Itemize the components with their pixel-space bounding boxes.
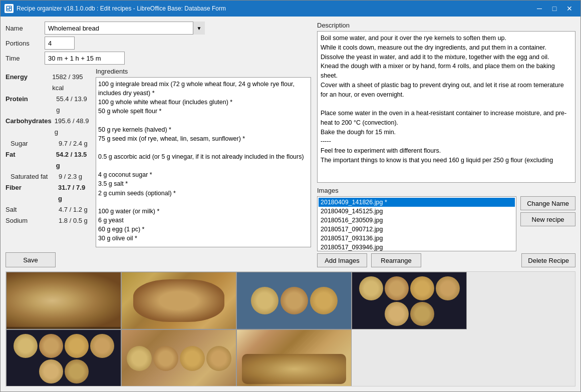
rearrange-button[interactable]: Rearrange: [371, 253, 421, 267]
energy-value: 1582 / 395 kcal: [52, 72, 91, 94]
energy-label: Energy: [6, 72, 49, 83]
name-wrapper: Wholemeal bread ▼: [45, 22, 205, 35]
list-item[interactable]: 20180409_145125.jpg: [319, 207, 515, 216]
maximize-button[interactable]: □: [547, 3, 561, 15]
save-row: Save: [6, 252, 311, 267]
thumbnail-1[interactable]: [6, 272, 121, 329]
name-select[interactable]: Wholemeal bread: [45, 22, 205, 35]
description-textarea[interactable]: [317, 31, 575, 183]
window-title: Recipe organizer v18.1.0.odb : Edit reci…: [17, 5, 532, 12]
sodium-row: Sodium 1.8 / 0.5 g: [6, 215, 91, 226]
thumbnails-grid: [6, 272, 575, 386]
fiber-row: Fiber 31.7 / 7.9 g: [6, 182, 91, 204]
description-label: Description: [317, 22, 575, 29]
sugar-row: Sugar 9.7 / 2.4 g: [6, 138, 91, 149]
bottom-images-panel: [6, 271, 575, 386]
svg-rect-3: [10, 9, 11, 11]
ingredients-wrapper: [96, 77, 311, 247]
app-icon: [5, 4, 14, 13]
images-list-area: 20180409_141826.jpg * 20180409_145125.jp…: [317, 196, 575, 251]
time-row: Time: [6, 52, 311, 65]
carbohydrates-row: Carbohydrates 195.6 / 48.9 g: [6, 116, 91, 138]
ingredients-textarea[interactable]: [96, 77, 311, 247]
portions-label: Portions: [6, 40, 41, 47]
thumbnail-3[interactable]: [236, 272, 352, 329]
description-wrapper: [317, 31, 575, 183]
change-name-button[interactable]: Change Name: [520, 196, 575, 210]
svg-rect-2: [10, 7, 11, 8]
images-action-row: Add Images Rearrange Delete Recipe: [317, 253, 575, 267]
fat-row: Fat 54.2 / 13.5 g: [6, 149, 91, 171]
right-panel: Description Images 20180409_141826.jpg *…: [317, 22, 575, 267]
fat-label: Fat: [6, 149, 53, 160]
name-row: Name Wholemeal bread ▼: [6, 22, 311, 35]
svg-rect-1: [7, 7, 9, 9]
form-rows-top: Name Wholemeal bread ▼ Portions T: [6, 22, 311, 65]
left-inner: Energy 1582 / 395 kcal Protein 55.4 / 13…: [6, 68, 311, 247]
thumbnail-4[interactable]: [352, 272, 467, 329]
fat-value: 54.2 / 13.5 g: [56, 149, 91, 171]
portions-row: Portions: [6, 37, 311, 50]
list-item[interactable]: 20180517_093136.jpg: [319, 234, 515, 243]
sodium-label: Sodium: [6, 215, 56, 226]
saturated-fat-value: 9 / 2.3 g: [59, 171, 82, 182]
time-input[interactable]: [45, 52, 125, 65]
images-label: Images: [317, 187, 575, 194]
saturated-fat-label: Saturated fat: [6, 171, 56, 182]
add-images-button[interactable]: Add Images: [317, 253, 367, 267]
salt-value: 4.7 / 1.2 g: [59, 204, 88, 215]
protein-row: Protein 55.4 / 13.9 g: [6, 94, 91, 116]
main-content: Name Wholemeal bread ▼ Portions T: [1, 17, 580, 391]
images-section: Images 20180409_141826.jpg * 20180409_14…: [317, 187, 575, 267]
protein-label: Protein: [6, 94, 53, 105]
titlebar: Recipe organizer v18.1.0.odb : Edit reci…: [1, 1, 580, 17]
sugar-value: 9.7 / 2.4 g: [59, 138, 88, 149]
carbohydrates-label: Carbohydrates: [6, 116, 52, 127]
list-item[interactable]: 20180517_093946.jpg: [319, 243, 515, 251]
list-item[interactable]: 20180409_141826.jpg *: [319, 198, 515, 207]
sodium-value: 1.8 / 0.5 g: [59, 215, 88, 226]
minimize-button[interactable]: ─: [532, 3, 546, 15]
new-recipe-button[interactable]: New recipe: [520, 212, 575, 226]
thumbnail-5[interactable]: [6, 329, 121, 386]
carbohydrates-value: 195.6 / 48.9 g: [55, 116, 91, 138]
fiber-label: Fiber: [6, 182, 55, 193]
name-label: Name: [6, 25, 41, 32]
portions-input[interactable]: [45, 37, 75, 50]
ingredients-column: Ingredients: [96, 68, 311, 247]
salt-row: Salt 4.7 / 1.2 g: [6, 204, 91, 215]
save-button[interactable]: Save: [6, 252, 56, 267]
images-side-buttons: Change Name New recipe: [520, 196, 575, 226]
delete-recipe-button[interactable]: Delete Recipe: [521, 253, 575, 267]
ingredients-label: Ingredients: [96, 68, 311, 75]
list-item[interactable]: 20180516_230509.jpg: [319, 216, 515, 225]
salt-label: Salt: [6, 204, 56, 215]
thumbnail-2[interactable]: [121, 272, 236, 329]
saturated-fat-row: Saturated fat 9 / 2.3 g: [6, 171, 91, 182]
top-section: Name Wholemeal bread ▼ Portions T: [6, 22, 575, 267]
sugar-label: Sugar: [6, 138, 56, 149]
thumbnail-6[interactable]: [121, 329, 236, 386]
description-section: Description: [317, 22, 575, 183]
protein-value: 55.4 / 13.9 g: [56, 94, 91, 116]
fiber-value: 31.7 / 7.9 g: [58, 182, 91, 204]
svg-rect-4: [7, 10, 9, 11]
window-controls: ─ □ ✕: [532, 3, 576, 15]
nutrients-column: Energy 1582 / 395 kcal Protein 55.4 / 13…: [6, 68, 91, 247]
thumbnail-7[interactable]: [236, 329, 352, 386]
list-item[interactable]: 20180517_090712.jpg: [319, 225, 515, 234]
images-listbox[interactable]: 20180409_141826.jpg * 20180409_145125.jp…: [317, 196, 516, 251]
left-panel: Name Wholemeal bread ▼ Portions T: [6, 22, 311, 267]
energy-row: Energy 1582 / 395 kcal: [6, 72, 91, 94]
close-button[interactable]: ✕: [562, 3, 576, 15]
main-window: Recipe organizer v18.1.0.odb : Edit reci…: [0, 0, 581, 392]
time-label: Time: [6, 55, 41, 62]
